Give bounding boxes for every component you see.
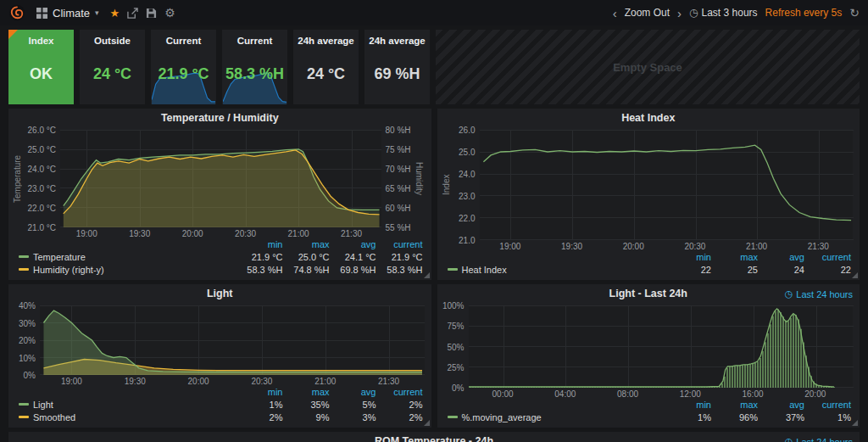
zoom-out-button[interactable]: Zoom Out	[625, 7, 670, 19]
legend-series[interactable]: %.moving_average	[448, 412, 665, 422]
panel-header[interactable]: Temperature / Humidity	[8, 109, 431, 127]
clock-icon: ◷	[689, 7, 698, 19]
legend-col-avg[interactable]: avg	[330, 239, 376, 249]
stat-panel-title[interactable]: Index	[8, 36, 74, 46]
top-nav: Climate ▾ ★ ⚙ ‹ Zoom Out › ◷ Last 3 hour…	[0, 0, 868, 25]
stat-panel-title[interactable]: Current	[222, 36, 287, 46]
legend-col-current[interactable]: current	[376, 387, 423, 397]
legend-col-min[interactable]: min	[665, 400, 711, 410]
legend-value: 3%	[330, 412, 376, 422]
panel-title[interactable]: Light - Last 24h	[609, 288, 687, 299]
panel-title[interactable]: Light	[207, 288, 233, 299]
y-tick-label: 23.0	[459, 192, 475, 201]
panel-resize-handle[interactable]	[424, 420, 430, 426]
chart-canvas	[40, 305, 425, 375]
legend-col-min[interactable]: min	[236, 239, 283, 249]
legend-col-current[interactable]: current	[376, 239, 423, 249]
x-tick-label: 21:30	[341, 229, 362, 238]
legend-col-current[interactable]: current	[804, 400, 851, 410]
legend-series[interactable]: Humidity (right-y)	[19, 265, 236, 275]
time-range-badge[interactable]: ◷ Last 24 hours	[785, 436, 853, 442]
legend-col-avg[interactable]: avg	[330, 387, 376, 397]
panel-resize-handle[interactable]	[424, 272, 430, 278]
legend-series[interactable]: Heat Index	[448, 265, 665, 275]
legend-header-row: minmaxavgcurrent	[448, 251, 852, 263]
legend-series-name: Heat Index	[462, 265, 507, 275]
legend-col-max[interactable]: max	[283, 387, 330, 397]
panel-title[interactable]: ROM Temperature - 24h	[375, 435, 493, 442]
legend-col-max[interactable]: max	[711, 400, 758, 410]
chevron-left-icon[interactable]: ‹	[613, 7, 617, 20]
time-range-badge-label: Last 24 hours	[796, 437, 853, 442]
stat-value: 21.9 °C	[151, 65, 216, 83]
stat-panel-title[interactable]: Current	[151, 36, 216, 46]
panel-header[interactable]: Light - Last 24h ◷ Last 24 hours	[437, 284, 860, 303]
plot-area[interactable]	[480, 130, 854, 240]
y-axis-ticks-left: 40%30%20%10%0%	[12, 305, 40, 386]
stat-panel-title[interactable]: 24h average	[364, 36, 430, 46]
legend-col-max[interactable]: max	[283, 239, 330, 249]
refresh-icon[interactable]: ↻	[849, 6, 860, 20]
y-tick-label: 25.0	[459, 148, 475, 157]
legend-series[interactable]: Smoothed	[19, 412, 236, 422]
legend-series[interactable]: Light	[19, 400, 236, 410]
x-axis-ticks: 19:0019:3020:0020:3021:0021:30	[480, 240, 854, 251]
dashboard-grid: IndexOKOutside24 °CCurrent21.9 °CCurrent…	[0, 25, 868, 442]
graph-row-2: Light 40%30%20%10%0% 19:0019:3020:0020:3…	[8, 284, 860, 428]
legend: minmaxavgcurrentLight1%35%5%2%Smoothed2%…	[8, 386, 431, 425]
y-axis-label-left: Index	[441, 130, 452, 251]
x-tick-label: 21:00	[746, 242, 767, 251]
dashboard-title[interactable]: Climate	[53, 7, 90, 20]
legend-value: 2%	[376, 400, 423, 410]
graph-body: 100%75%50%25%0% 00:0004:0008:0012:0016:0…	[437, 303, 860, 399]
x-tick-label: 16:00	[743, 389, 764, 399]
legend-col-current[interactable]: current	[804, 252, 851, 262]
x-axis-ticks: 00:0004:0008:0012:0016:0020:00	[469, 388, 854, 399]
x-tick-label: 20:30	[684, 242, 705, 251]
stat-panel-title[interactable]: Outside	[80, 36, 145, 46]
panel-header[interactable]: ROM Temperature - 24h ◷ Last 24 hours	[8, 432, 860, 442]
chevron-right-icon[interactable]: ›	[677, 7, 682, 20]
grafana-logo-icon[interactable]	[8, 4, 25, 21]
panel-resize-handle[interactable]	[852, 272, 858, 278]
legend-row: Temperature21.9 °C25.0 °C24.1 °C21.9 °C	[19, 250, 423, 263]
legend-series[interactable]: Temperature	[19, 252, 236, 262]
legend-col-avg[interactable]: avg	[758, 252, 804, 262]
legend-col-min[interactable]: min	[665, 252, 711, 262]
plot-area[interactable]	[60, 130, 381, 227]
legend-col-avg[interactable]: avg	[758, 400, 804, 410]
panel-title[interactable]: Heat Index	[621, 112, 675, 124]
panel-resize-handle[interactable]	[852, 420, 858, 426]
panel-header[interactable]: Heat Index	[437, 109, 860, 127]
plot-area[interactable]	[469, 305, 854, 388]
stat-panel-title[interactable]: 24h average	[293, 36, 359, 46]
x-axis-ticks: 19:0019:3020:0020:3021:0021:30	[60, 227, 381, 238]
y-tick-label: 21.0 °C	[28, 223, 56, 232]
panel-header[interactable]: Light	[8, 284, 431, 303]
y-axis-ticks-left: 26.025.024.023.022.021.0	[452, 130, 480, 251]
legend-value: 96%	[711, 412, 758, 422]
time-range-badge[interactable]: ◷ Last 24 hours	[785, 288, 853, 299]
share-icon[interactable]	[127, 8, 138, 19]
star-icon[interactable]: ★	[110, 7, 120, 20]
stat-value: 69 %H	[364, 65, 430, 83]
panel-heat-index: Heat Index Index 26.025.024.023.022.021.…	[437, 109, 860, 280]
time-range-picker[interactable]: ◷ Last 3 hours	[689, 7, 758, 19]
save-icon[interactable]	[146, 8, 157, 19]
dashboard-picker[interactable]: Climate ▾	[33, 7, 103, 20]
legend-value: 2%	[236, 412, 283, 422]
legend-col-min[interactable]: min	[236, 387, 283, 397]
gear-icon[interactable]: ⚙	[164, 6, 175, 20]
panel-title[interactable]: Temperature / Humidity	[161, 112, 279, 124]
legend-series-swatch	[19, 268, 29, 271]
refresh-interval[interactable]: Refresh every 5s	[765, 7, 843, 19]
y-tick-label: 65 %H	[386, 184, 411, 193]
legend: minmaxavgcurrent%.moving_average1%96%37%…	[437, 399, 860, 425]
time-range-badge-label: Last 24 hours	[796, 289, 853, 299]
legend-col-max[interactable]: max	[711, 252, 758, 262]
plot-area[interactable]	[40, 305, 425, 375]
y-tick-label: 26.0 °C	[28, 126, 56, 135]
y-tick-label: 25.0 °C	[28, 145, 56, 154]
legend-series-swatch	[19, 403, 29, 406]
empty-space-label: Empty Space	[613, 61, 682, 74]
